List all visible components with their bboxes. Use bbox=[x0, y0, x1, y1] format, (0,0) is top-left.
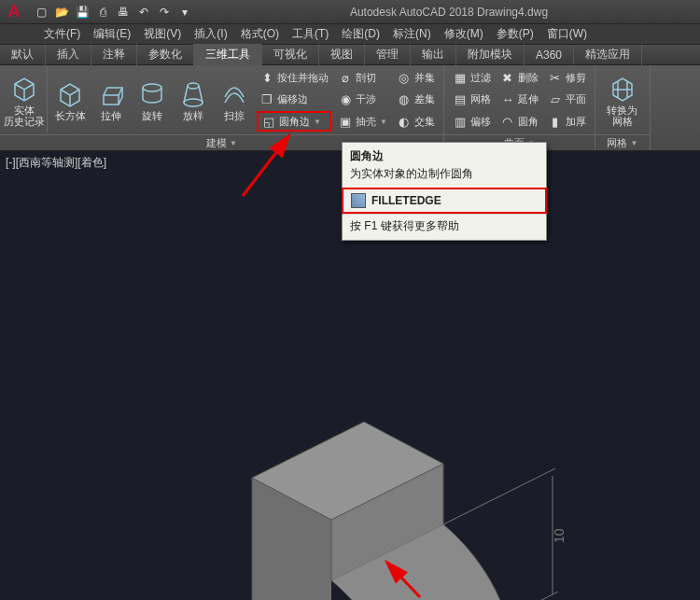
thicken-button[interactable]: ▮加厚 bbox=[545, 111, 589, 132]
plot-icon[interactable]: 🖶 bbox=[114, 3, 133, 21]
qat-more-icon[interactable]: ▾ bbox=[175, 3, 194, 21]
tooltip-description: 为实体对象的边制作圆角 bbox=[343, 166, 546, 188]
window-title: Autodesk AutoCAD 2018 Drawing4.dwg bbox=[198, 6, 700, 19]
open-icon[interactable]: 📂 bbox=[52, 3, 71, 21]
viewport-label[interactable]: [-][西南等轴测][着色] bbox=[6, 155, 106, 171]
tab-3dtools[interactable]: 三维工具 bbox=[194, 44, 262, 65]
solid-history-label1: 实体 bbox=[14, 105, 35, 116]
extrude-icon bbox=[96, 78, 126, 108]
mesh-icon: ▤ bbox=[453, 92, 468, 107]
tooltip-command-name: FILLETEDGE bbox=[371, 194, 441, 207]
box-button[interactable]: 长方体 bbox=[49, 67, 91, 133]
delete-icon: ✖ bbox=[500, 71, 515, 86]
trim-button[interactable]: ✂修剪 bbox=[545, 68, 589, 89]
save-icon[interactable]: 💾 bbox=[73, 3, 91, 21]
sweep-button[interactable]: 扫掠 bbox=[214, 67, 255, 133]
tab-featured[interactable]: 精选应用 bbox=[574, 44, 642, 65]
tab-output[interactable]: 输出 bbox=[411, 44, 456, 65]
ribbon-tabs: 默认 插入 注释 参数化 三维工具 可视化 视图 管理 输出 附加模块 A360… bbox=[0, 45, 700, 65]
tab-a360[interactable]: A360 bbox=[525, 46, 574, 64]
solid-history-label2: 历史记录 bbox=[4, 116, 45, 127]
box-label: 长方体 bbox=[55, 110, 86, 121]
extrude-button[interactable]: 拉伸 bbox=[91, 67, 132, 133]
extend-button[interactable]: ↔延伸 bbox=[497, 90, 541, 110]
offset-button[interactable]: ▥偏移 bbox=[450, 111, 494, 132]
interfere-button[interactable]: ◉干涉 bbox=[335, 90, 390, 110]
menu-view[interactable]: 视图(V) bbox=[137, 24, 188, 44]
menu-draw[interactable]: 绘图(D) bbox=[335, 24, 386, 44]
box-icon bbox=[55, 78, 85, 108]
sweep-icon bbox=[219, 78, 249, 108]
revolve-button[interactable]: 旋转 bbox=[132, 67, 173, 133]
extrude-label: 拉伸 bbox=[101, 110, 121, 121]
redo-icon[interactable]: ↷ bbox=[155, 3, 174, 21]
subtract-button[interactable]: ◍差集 bbox=[394, 90, 438, 110]
solid-history-button[interactable]: 实体历史记录 bbox=[4, 67, 45, 133]
surface-fillet-button[interactable]: ◠圆角 bbox=[497, 111, 541, 132]
intersect-icon: ◐ bbox=[397, 114, 412, 129]
menu-dim[interactable]: 标注(N) bbox=[386, 24, 438, 44]
loft-label: 放样 bbox=[183, 110, 203, 121]
presspull-icon: ⬍ bbox=[259, 71, 274, 86]
filletedge-cmd-icon bbox=[351, 193, 366, 208]
menu-tools[interactable]: 工具(T) bbox=[286, 24, 335, 44]
svg-line-14 bbox=[443, 468, 555, 524]
menu-insert[interactable]: 插入(I) bbox=[188, 24, 233, 44]
presspull-button[interactable]: ⬍按住并拖动 bbox=[257, 68, 331, 89]
new-icon[interactable]: ▢ bbox=[32, 3, 50, 21]
svg-rect-0 bbox=[104, 95, 119, 105]
solid-model: 10 10 bbox=[187, 338, 588, 600]
dropdown-caret-icon: ▼ bbox=[314, 118, 321, 126]
tooltip-command: FILLETEDGE bbox=[342, 188, 547, 214]
undo-icon[interactable]: ↶ bbox=[134, 3, 153, 21]
svg-point-1 bbox=[143, 84, 161, 91]
menu-window[interactable]: 窗口(W) bbox=[540, 24, 594, 44]
title-bar: A ▢ 📂 💾 ⎙ 🖶 ↶ ↷ ▾ Autodesk AutoCAD 2018 … bbox=[0, 0, 700, 24]
extend-icon: ↔ bbox=[500, 92, 515, 107]
filter-button[interactable]: ▦过滤 bbox=[450, 68, 494, 89]
svg-point-2 bbox=[188, 83, 199, 89]
panel-surface: ▦过滤 ▤网格 ▥偏移 ✖删除 ↔延伸 ◠圆角 ✂修剪 ▱平面 ▮加厚 曲面▼ bbox=[444, 65, 595, 150]
menu-format[interactable]: 格式(O) bbox=[234, 24, 286, 44]
quick-access-toolbar: ▢ 📂 💾 ⎙ 🖶 ↶ ↷ ▾ bbox=[28, 3, 198, 21]
panel-mesh-title[interactable]: 网格▼ bbox=[595, 134, 650, 150]
sweep-label: 扫掠 bbox=[224, 110, 245, 121]
menu-edit[interactable]: 编辑(E) bbox=[87, 24, 137, 44]
revolve-label: 旋转 bbox=[142, 110, 162, 121]
union-button[interactable]: ◎并集 bbox=[394, 68, 438, 89]
tooltip-filletedge: 圆角边 为实体对象的边制作圆角 FILLETEDGE 按 F1 键获得更多帮助 bbox=[342, 142, 547, 241]
union-icon: ◎ bbox=[397, 71, 412, 86]
intersect-button[interactable]: ◐交集 bbox=[394, 111, 438, 132]
offsetedge-icon: ❐ bbox=[259, 92, 274, 107]
shell-button[interactable]: ▣抽壳▼ bbox=[335, 111, 390, 132]
planar-button[interactable]: ▱平面 bbox=[545, 90, 589, 110]
subtract-icon: ◍ bbox=[397, 92, 412, 107]
delete-button[interactable]: ✖删除 bbox=[497, 68, 541, 89]
convert-mesh-button[interactable]: 转换为网格 bbox=[599, 67, 646, 133]
filletedge-icon: ◱ bbox=[261, 114, 276, 129]
app-logo[interactable]: A bbox=[0, 2, 28, 21]
menu-modify[interactable]: 修改(M) bbox=[438, 24, 490, 44]
tab-insert[interactable]: 插入 bbox=[46, 44, 91, 65]
tab-parametric[interactable]: 参数化 bbox=[137, 44, 194, 65]
menu-bar: 文件(F) 编辑(E) 视图(V) 插入(I) 格式(O) 工具(T) 绘图(D… bbox=[0, 24, 700, 45]
cube-history-icon bbox=[9, 73, 39, 103]
slice-button[interactable]: ⌀剖切 bbox=[335, 68, 390, 89]
filletedge-button[interactable]: ◱圆角边▼ bbox=[257, 111, 331, 132]
menu-file[interactable]: 文件(F) bbox=[37, 24, 87, 44]
tab-view[interactable]: 视图 bbox=[319, 44, 365, 65]
loft-button[interactable]: 放样 bbox=[173, 67, 214, 133]
panel-mesh: 转换为网格 网格▼ bbox=[595, 65, 651, 150]
planar-icon: ▱ bbox=[548, 92, 563, 107]
menu-params[interactable]: 参数(P) bbox=[490, 24, 540, 44]
tab-manage[interactable]: 管理 bbox=[365, 44, 411, 65]
offsetedge-button[interactable]: ❐偏移边 bbox=[257, 90, 331, 110]
tooltip-title: 圆角边 bbox=[343, 143, 546, 166]
tab-annotate[interactable]: 注释 bbox=[91, 44, 137, 65]
tab-default[interactable]: 默认 bbox=[0, 44, 46, 65]
saveas-icon[interactable]: ⎙ bbox=[93, 3, 112, 21]
tab-addins[interactable]: 附加模块 bbox=[456, 44, 525, 65]
mesh-button[interactable]: ▤网格 bbox=[450, 90, 494, 110]
tab-visualize[interactable]: 可视化 bbox=[262, 44, 319, 65]
interfere-icon: ◉ bbox=[338, 92, 353, 107]
